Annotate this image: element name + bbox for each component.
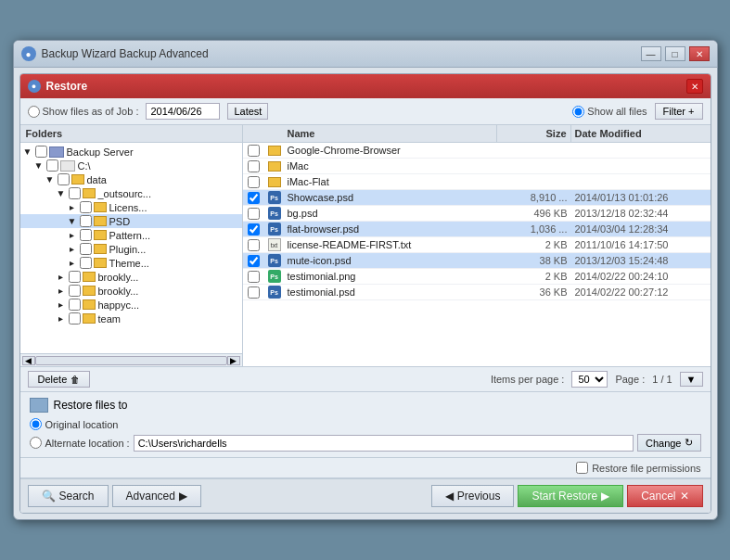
delete-button[interactable]: Delete 🗑 [28, 371, 91, 388]
row-checkbox[interactable] [248, 160, 260, 172]
table-row[interactable]: Ps testimonial.psd 36 KB 2014/02/22 00:2… [243, 285, 711, 300]
tree-item[interactable]: ▸ happyc... [20, 298, 242, 312]
expand-icon[interactable]: ▼ [33, 160, 45, 171]
tree-checkbox[interactable] [69, 299, 81, 311]
table-row[interactable]: Google-Chrome-Browser [243, 143, 711, 159]
row-checkbox-area[interactable] [243, 239, 265, 251]
restore-permissions-checkbox[interactable] [576, 462, 588, 474]
horizontal-scrollbar[interactable] [35, 356, 227, 365]
row-checkbox-area[interactable] [243, 192, 265, 204]
outer-close-button[interactable]: ✕ [689, 46, 710, 61]
row-checkbox-area[interactable] [243, 255, 265, 267]
tree-item[interactable]: ▼ Backup Server [20, 145, 242, 159]
tree-checkbox[interactable] [46, 159, 58, 172]
expand-icon[interactable]: ▼ [67, 216, 78, 226]
expand-icon[interactable]: ▸ [56, 286, 67, 296]
expand-icon[interactable]: ▸ [67, 202, 78, 212]
row-checkbox-area[interactable] [243, 160, 265, 172]
tree-checkbox[interactable] [80, 229, 92, 241]
tree-item[interactable]: ▼ C:\ [20, 159, 242, 172]
row-checkbox[interactable] [248, 208, 260, 220]
expand-icon[interactable]: ▸ [56, 313, 67, 324]
date-col-header[interactable]: Date Modified [571, 125, 711, 142]
row-checkbox-area[interactable] [243, 145, 265, 157]
table-row[interactable]: Ps flat-browser.psd 1,036 ... 2014/03/04… [243, 222, 711, 237]
tree-checkbox[interactable] [58, 173, 70, 185]
table-row[interactable]: Ps Showcase.psd 8,910 ... 2014/01/13 01:… [243, 190, 711, 206]
expand-icon[interactable]: ▼ [22, 146, 33, 157]
latest-dropdown[interactable]: Latest [227, 103, 268, 120]
row-checkbox[interactable] [248, 239, 260, 251]
table-row[interactable]: Ps mute-icon.psd 38 KB 2013/12/03 15:24:… [243, 253, 711, 269]
row-checkbox[interactable] [248, 176, 260, 188]
tree-checkbox[interactable] [80, 201, 92, 213]
tree-checkbox[interactable] [69, 312, 81, 325]
expand-icon[interactable]: ▸ [67, 244, 78, 254]
tree-item[interactable]: ▸ team [20, 312, 242, 325]
tree-item[interactable]: ▸ brookly... [20, 270, 242, 284]
tree-item[interactable]: ▸ Theme... [20, 256, 242, 270]
tree-checkbox[interactable] [80, 257, 92, 269]
show-files-radio[interactable] [28, 106, 40, 118]
date-input[interactable] [146, 103, 220, 120]
row-checkbox[interactable] [248, 271, 260, 283]
tree-item[interactable]: ▼ _outsourc... [20, 186, 242, 200]
inner-close-button[interactable]: ✕ [686, 79, 703, 94]
tree-checkbox[interactable] [69, 271, 81, 283]
file-list[interactable]: Google-Chrome-Browser iMac [243, 143, 711, 366]
name-col-header[interactable]: Name [284, 125, 497, 142]
table-row[interactable]: Ps testimonial.png 2 KB 2014/02/22 00:24… [243, 269, 711, 285]
table-row[interactable]: Ps bg.psd 496 KB 2013/12/18 02:32:44 [243, 206, 711, 222]
alternate-location-input[interactable] [134, 435, 634, 452]
page-dropdown-btn[interactable]: ▼ [680, 372, 703, 387]
tree-checkbox[interactable] [69, 285, 81, 297]
items-per-page-select[interactable]: 50 [571, 371, 608, 388]
row-checkbox[interactable] [248, 145, 260, 157]
row-checkbox-area[interactable] [243, 286, 265, 299]
row-checkbox[interactable] [248, 223, 260, 235]
row-checkbox[interactable] [248, 286, 260, 299]
original-location-option[interactable]: Original location [30, 418, 701, 430]
search-button[interactable]: 🔍 Search [28, 485, 109, 507]
scroll-left-btn[interactable]: ◀ [22, 356, 35, 365]
expand-icon[interactable]: ▸ [67, 230, 78, 240]
show-all-radio-label[interactable]: Show all files [572, 106, 647, 118]
maximize-button[interactable]: □ [665, 46, 685, 61]
row-checkbox-area[interactable] [243, 208, 265, 220]
row-checkbox-area[interactable] [243, 271, 265, 283]
show-files-radio-label[interactable]: Show files as of Job : [28, 106, 139, 118]
previous-button[interactable]: ◀ Previous [431, 485, 515, 507]
table-row[interactable]: txt license-README-FIRST.txt 2 KB 2011/1… [243, 237, 711, 253]
expand-icon[interactable]: ▸ [56, 272, 67, 282]
tree-item[interactable]: ▸ brookly... [20, 284, 242, 298]
row-checkbox[interactable] [248, 192, 260, 204]
tree-content[interactable]: ▼ Backup Server ▼ C:\ ▼ [20, 143, 242, 353]
expand-icon[interactable]: ▸ [67, 258, 78, 268]
tree-checkbox[interactable] [69, 187, 81, 199]
start-restore-button[interactable]: Start Restore ▶ [518, 485, 623, 507]
tree-item[interactable]: ▸ Licens... [20, 200, 242, 214]
tree-checkbox[interactable] [80, 215, 92, 227]
show-all-radio[interactable] [572, 106, 584, 118]
tree-item[interactable]: ▸ Plugin... [20, 242, 242, 256]
minimize-button[interactable]: — [641, 46, 661, 61]
advanced-button[interactable]: Advanced ▶ [112, 485, 201, 507]
size-col-header[interactable]: Size [497, 125, 571, 142]
change-button[interactable]: Change ↻ [637, 434, 701, 452]
tree-item[interactable]: ▼ data [20, 172, 242, 186]
expand-icon[interactable]: ▼ [45, 174, 56, 185]
expand-icon[interactable]: ▼ [56, 188, 67, 198]
original-location-radio[interactable] [30, 418, 42, 430]
table-row[interactable]: iMac-Flat [243, 174, 711, 190]
tree-item[interactable]: ▼ PSD [20, 214, 242, 228]
expand-icon[interactable]: ▸ [56, 299, 67, 310]
scroll-right-btn[interactable]: ▶ [227, 356, 240, 365]
row-checkbox-area[interactable] [243, 223, 265, 235]
table-row[interactable]: iMac [243, 159, 711, 174]
tree-item[interactable]: ▸ Pattern... [20, 228, 242, 242]
cancel-button[interactable]: Cancel ✕ [627, 485, 702, 507]
tree-checkbox[interactable] [80, 243, 92, 255]
filter-button[interactable]: Filter + [655, 103, 703, 120]
row-checkbox[interactable] [248, 255, 260, 267]
tree-checkbox[interactable] [35, 146, 47, 158]
